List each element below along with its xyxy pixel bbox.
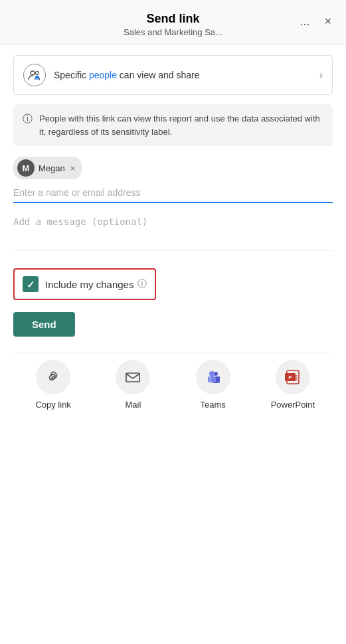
copy-link-icon-circle <box>36 360 70 394</box>
recipient-chip: M Megan × <box>13 157 82 179</box>
include-changes-checkbox[interactable]: ✓ <box>23 276 39 292</box>
checkbox-info-icon: ⓘ <box>137 278 147 290</box>
send-link-dialog: Send link Sales and Marketing Sa... ... … <box>0 0 346 434</box>
copy-link-label: Copy link <box>35 400 70 410</box>
powerpoint-label: PowerPoint <box>271 400 315 410</box>
teams-label: Teams <box>200 400 225 410</box>
mail-icon <box>124 368 141 386</box>
dialog-title: Send link <box>146 12 199 26</box>
svg-rect-7 <box>208 376 216 382</box>
svg-text:P: P <box>288 374 292 380</box>
svg-point-6 <box>209 371 215 376</box>
teams-option[interactable]: Teams <box>187 360 240 410</box>
permission-row[interactable]: + Specific people can view and share › <box>13 55 333 95</box>
close-button[interactable]: × <box>320 12 335 31</box>
header-actions: ... × <box>296 12 335 31</box>
powerpoint-icon: P <box>284 368 302 386</box>
svg-text:+: + <box>37 76 39 80</box>
copy-link-option[interactable]: Copy link <box>27 360 80 410</box>
include-changes-label: Include my changes ⓘ <box>45 278 147 290</box>
chevron-right-icon: › <box>319 69 323 81</box>
teams-icon <box>203 367 223 387</box>
more-button[interactable]: ... <box>296 12 313 31</box>
permission-text: Specific people can view and share <box>54 70 200 80</box>
mail-option[interactable]: Mail <box>106 360 159 410</box>
dialog-subtitle: Sales and Marketing Sa... <box>124 27 222 37</box>
svg-point-0 <box>31 71 35 75</box>
dialog-content: + Specific people can view and share › ⓘ… <box>0 44 346 434</box>
svg-point-1 <box>36 72 39 75</box>
svg-rect-4 <box>126 373 139 382</box>
info-text: People with this link can view this repo… <box>39 112 323 138</box>
share-options: Copy link Mail <box>13 353 333 423</box>
permission-icon: + <box>23 64 46 86</box>
checkmark-icon: ✓ <box>27 280 35 289</box>
powerpoint-option[interactable]: P PowerPoint <box>266 360 319 410</box>
remove-recipient-button[interactable]: × <box>69 164 76 173</box>
powerpoint-icon-circle: P <box>276 360 310 394</box>
recipient-area: M Megan × <box>13 157 333 179</box>
email-input[interactable] <box>13 183 333 203</box>
include-changes-row: ✓ Include my changes ⓘ <box>13 268 156 300</box>
mail-icon-circle <box>116 360 150 394</box>
avatar: M <box>17 159 35 177</box>
mail-label: Mail <box>125 400 141 410</box>
info-icon: ⓘ <box>23 113 33 138</box>
dialog-header: Send link Sales and Marketing Sa... ... … <box>0 0 346 44</box>
send-button[interactable]: Send <box>13 312 75 337</box>
teams-icon-circle <box>196 360 230 394</box>
recipient-name: Megan <box>39 163 65 173</box>
message-input[interactable] <box>13 211 333 251</box>
people-icon: + <box>28 68 41 82</box>
info-box: ⓘ People with this link can view this re… <box>13 104 333 146</box>
link-icon <box>44 368 62 386</box>
